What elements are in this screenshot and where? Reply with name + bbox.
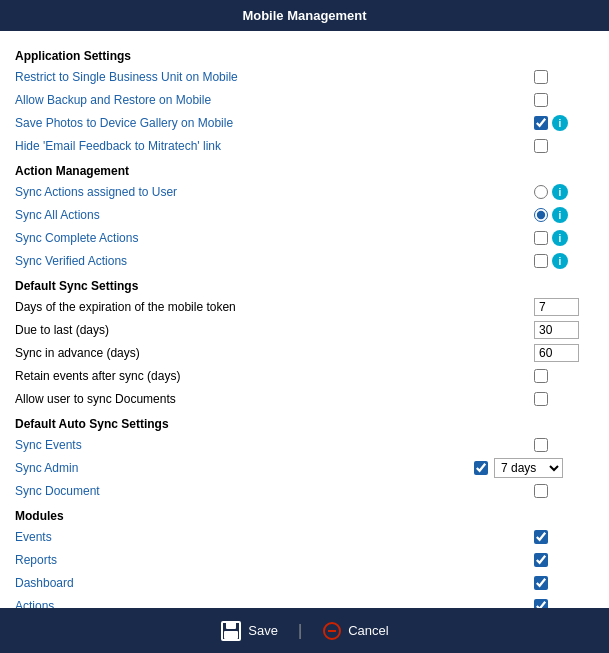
main-window: Mobile Management Application Settings R…: [0, 0, 609, 653]
footer-divider: |: [298, 622, 302, 640]
row-sync-events: Sync Events: [15, 435, 594, 455]
window-title: Mobile Management: [242, 8, 366, 23]
row-sync-verified: Sync Verified Actions i: [15, 251, 594, 271]
label-due-to-last: Due to last (days): [15, 323, 534, 337]
controls-dashboard: [534, 576, 594, 590]
controls-sync-all-actions: i: [534, 207, 594, 223]
checkbox-reports[interactable]: [534, 553, 548, 567]
label-actions: Actions: [15, 599, 534, 608]
row-sync-admin: Sync Admin 1 day 3 days 7 days 14 days 3…: [15, 458, 594, 478]
content-area: Application Settings Restrict to Single …: [0, 31, 609, 608]
section-application-settings: Application Settings: [15, 49, 594, 63]
radio-sync-actions-user[interactable]: [534, 185, 548, 199]
checkbox-sync-verified[interactable]: [534, 254, 548, 268]
label-dashboard: Dashboard: [15, 576, 534, 590]
row-dashboard: Dashboard: [15, 573, 594, 593]
controls-restrict: [534, 70, 594, 84]
row-hide-email: Hide 'Email Feedback to Mitratech' link: [15, 136, 594, 156]
controls-hide-email: [534, 139, 594, 153]
row-sync-document: Sync Document: [15, 481, 594, 501]
controls-events: [534, 530, 594, 544]
row-actions: Actions: [15, 596, 594, 608]
input-days-expiration[interactable]: [534, 298, 579, 316]
save-icon: [220, 620, 242, 642]
row-events: Events: [15, 527, 594, 547]
checkbox-restrict-single-business[interactable]: [534, 70, 548, 84]
label-reports: Reports: [15, 553, 534, 567]
checkbox-dashboard[interactable]: [534, 576, 548, 590]
row-restrict-single-business: Restrict to Single Business Unit on Mobi…: [15, 67, 594, 87]
controls-allow-sync-documents: [534, 392, 594, 406]
info-icon-sync-all-actions[interactable]: i: [552, 207, 568, 223]
checkbox-sync-events[interactable]: [534, 438, 548, 452]
label-sync-document: Sync Document: [15, 484, 534, 498]
controls-actions: [534, 599, 594, 608]
section-default-sync: Default Sync Settings: [15, 279, 594, 293]
controls-sync-admin: 1 day 3 days 7 days 14 days 30 days: [474, 458, 594, 478]
label-sync-events: Sync Events: [15, 438, 534, 452]
label-sync-actions-user: Sync Actions assigned to User: [15, 185, 534, 199]
row-save-photos: Save Photos to Device Gallery on Mobile …: [15, 113, 594, 133]
info-icon-sync-verified[interactable]: i: [552, 253, 568, 269]
row-sync-actions-user: Sync Actions assigned to User i: [15, 182, 594, 202]
checkbox-save-photos[interactable]: [534, 116, 548, 130]
save-label: Save: [248, 623, 278, 638]
footer: Save | Cancel: [0, 608, 609, 653]
row-due-to-last: Due to last (days): [15, 320, 594, 340]
label-sync-verified: Sync Verified Actions: [15, 254, 534, 268]
row-sync-complete: Sync Complete Actions i: [15, 228, 594, 248]
info-icon-sync-complete[interactable]: i: [552, 230, 568, 246]
label-allow-sync-documents: Allow user to sync Documents: [15, 392, 534, 406]
controls-sync-events: [534, 438, 594, 452]
info-icon-save-photos[interactable]: i: [552, 115, 568, 131]
row-allow-backup: Allow Backup and Restore on Mobile: [15, 90, 594, 110]
label-save-photos: Save Photos to Device Gallery on Mobile: [15, 116, 534, 130]
row-days-expiration: Days of the expiration of the mobile tok…: [15, 297, 594, 317]
cancel-label: Cancel: [348, 623, 388, 638]
controls-sync-actions-user: i: [534, 184, 594, 200]
label-sync-in-advance: Sync in advance (days): [15, 346, 534, 360]
row-sync-in-advance: Sync in advance (days): [15, 343, 594, 363]
checkbox-events[interactable]: [534, 530, 548, 544]
section-modules: Modules: [15, 509, 594, 523]
save-button[interactable]: Save: [220, 620, 278, 642]
checkbox-sync-document[interactable]: [534, 484, 548, 498]
controls-backup: [534, 93, 594, 107]
section-action-management: Action Management: [15, 164, 594, 178]
controls-retain-events: [534, 369, 594, 383]
checkbox-actions[interactable]: [534, 599, 548, 608]
checkbox-allow-sync-documents[interactable]: [534, 392, 548, 406]
controls-sync-document: [534, 484, 594, 498]
label-hide-email: Hide 'Email Feedback to Mitratech' link: [15, 139, 534, 153]
cancel-button[interactable]: Cancel: [322, 621, 388, 641]
checkbox-hide-email[interactable]: [534, 139, 548, 153]
checkbox-sync-admin[interactable]: [474, 461, 488, 475]
cancel-icon: [322, 621, 342, 641]
label-days-expiration: Days of the expiration of the mobile tok…: [15, 300, 534, 314]
label-sync-all-actions: Sync All Actions: [15, 208, 534, 222]
checkbox-allow-backup[interactable]: [534, 93, 548, 107]
label-events: Events: [15, 530, 534, 544]
radio-sync-all-actions[interactable]: [534, 208, 548, 222]
label-retain-events: Retain events after sync (days): [15, 369, 534, 383]
checkbox-retain-events[interactable]: [534, 369, 548, 383]
input-sync-in-advance[interactable]: [534, 344, 579, 362]
select-sync-admin-interval[interactable]: 1 day 3 days 7 days 14 days 30 days: [494, 458, 563, 478]
controls-sync-in-advance: [534, 344, 594, 362]
row-allow-sync-documents: Allow user to sync Documents: [15, 389, 594, 409]
controls-days-expiration: [534, 298, 594, 316]
title-bar: Mobile Management: [0, 0, 609, 31]
section-default-auto-sync: Default Auto Sync Settings: [15, 417, 594, 431]
row-reports: Reports: [15, 550, 594, 570]
svg-rect-1: [226, 622, 236, 629]
controls-reports: [534, 553, 594, 567]
info-icon-sync-actions-user[interactable]: i: [552, 184, 568, 200]
row-retain-events: Retain events after sync (days): [15, 366, 594, 386]
input-due-to-last[interactable]: [534, 321, 579, 339]
label-allow-backup: Allow Backup and Restore on Mobile: [15, 93, 534, 107]
checkbox-sync-complete[interactable]: [534, 231, 548, 245]
controls-sync-complete: i: [534, 230, 594, 246]
label-sync-complete: Sync Complete Actions: [15, 231, 534, 245]
svg-rect-2: [224, 631, 238, 639]
controls-save-photos: i: [534, 115, 594, 131]
